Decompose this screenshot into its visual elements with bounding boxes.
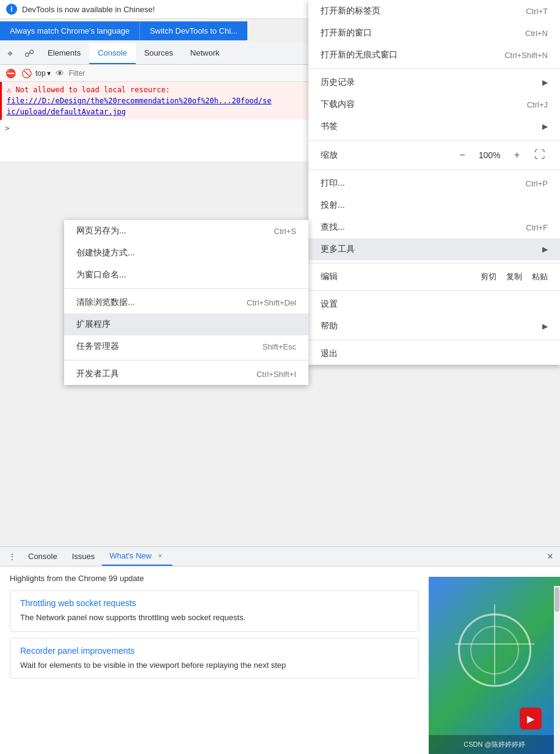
error-url[interactable]: file:///D:/eDesign/the%20recommendation%… [7,97,271,116]
news-item-1-desc: The Network panel now supports throttlin… [20,612,409,624]
devtools-tabs-bar: ⌖ ☍ Elements Console Sources Network [0,43,308,65]
zoom-plus-button[interactable]: + [512,150,522,161]
drawer-tab-issues[interactable]: Issues [65,547,103,566]
info-icon: i [6,4,17,15]
menu-edit-group: 编辑 剪切 复制 粘贴 [308,266,560,288]
sub-menu-clear-data[interactable]: 清除浏览数据... Ctrl+Shift+Del [64,291,308,313]
zoom-fullscreen-button[interactable]: ⛶ [532,148,548,161]
device-icon[interactable]: ☍ [20,43,39,64]
divider-1 [308,68,560,69]
drawer-close-button[interactable]: × [540,547,560,566]
sub-menu-devtools[interactable]: 开发者工具 Ctrl+Shift+I [64,363,308,385]
divider-3 [308,169,560,170]
sub-menu-name-window[interactable]: 为窗口命名... [64,264,308,286]
menu-item-history[interactable]: 历史记录 ▶ [308,71,560,93]
thumbnail-graphic [429,595,560,693]
arrow-icon-bookmarks: ▶ [542,122,548,131]
lang-buttons-bar: Always match Chrome's language Switch De… [0,21,308,40]
tab-console[interactable]: Console [89,43,136,64]
switch-devtools-button[interactable]: Switch DevTools to Chi... [139,21,247,40]
error-icon: ⚠ [7,86,11,94]
menu-item-print[interactable]: 打印... Ctrl+P [308,172,560,194]
console-prompt[interactable]: > [0,120,308,136]
drawer-tabs-bar: ⋮ Console Issues What's New × × [0,547,560,566]
divider-4 [308,263,560,263]
drawer-tab-console[interactable]: Console [21,547,65,566]
menu-item-find[interactable]: 查找... Ctrl+F [308,216,560,238]
news-item-2: Recorder panel improvements Wait for ele… [10,638,419,679]
sub-menu-save-page[interactable]: 网页另存为... Ctrl+S [64,220,308,242]
error-message: Not allowed to load local resource: [15,86,170,94]
match-language-button[interactable]: Always match Chrome's language [0,21,139,40]
cursor-icon[interactable]: ⌖ [0,43,20,64]
menu-item-settings[interactable]: 设置 [308,293,560,315]
news-item-2-desc: Wait for elements to be visible in the v… [20,659,409,672]
sub-divider-2 [64,360,308,361]
divider-5 [308,290,560,291]
sub-divider-1 [64,288,308,289]
notification-text: DevTools is now available in Chinese! [22,5,155,14]
tab-network[interactable]: Network [182,43,228,64]
menu-zoom-section: 缩放 − 100% + ⛶ [308,143,560,167]
scrollbar-thumb[interactable] [555,587,559,612]
zoom-value: 100% [478,150,502,160]
console-toolbar: ⛔ 🚫 top ▾ 👁 [0,65,308,82]
divider-2 [308,140,560,141]
divider-6 [308,340,560,340]
drawer: ⋮ Console Issues What's New × × Highligh… [0,546,560,754]
paste-button[interactable]: 粘贴 [532,271,548,282]
sub-context-menu: 网页另存为... Ctrl+S 创建快捷方式... 为窗口命名... 清除浏览数… [64,220,308,385]
devtools-notification: i DevTools is now available in Chinese! [0,0,308,19]
play-button[interactable]: ▶ [520,708,542,730]
arrow-icon-history: ▶ [542,78,548,87]
dropdown-arrow-icon: ▾ [47,69,51,78]
news-item-1: Throttling web socket requests The Netwo… [10,590,419,632]
console-error-line: ⚠ Not allowed to load local resource: fi… [0,82,308,120]
menu-item-downloads[interactable]: 下载内容 Ctrl+J [308,93,560,115]
clear-icon[interactable]: ⛔ [4,68,17,78]
news-item-1-title[interactable]: Throttling web socket requests [20,598,409,608]
drawer-highlight-heading: Highlights from the Chrome 99 update [10,574,419,583]
copy-button[interactable]: 复制 [506,271,522,282]
menu-item-new-window[interactable]: 打开新的窗口 Ctrl+N [308,22,560,44]
zoom-minus-button[interactable]: − [457,150,467,161]
tab-sources[interactable]: Sources [136,43,182,64]
menu-item-incognito[interactable]: 打开新的无痕式窗口 Ctrl+Shift+N [308,44,560,66]
drawer-scrollbar[interactable] [554,586,560,754]
filter-input[interactable] [69,69,305,78]
drawer-tab-whats-new[interactable]: What's New × [102,547,172,566]
drawer-content: Highlights from the Chrome 99 update Thr… [0,566,429,734]
drawer-tab-close-icon[interactable]: × [155,551,165,561]
drawer-menu-icon[interactable]: ⋮ [4,547,21,566]
thumbnail-line-v [494,604,495,684]
eye-icon[interactable]: 👁 [53,68,67,78]
news-item-2-title[interactable]: Recorder panel improvements [20,646,409,656]
drawer-thumbnail: ▶ CSDN @陈婷婷婷婷 [429,577,560,754]
main-context-menu: 打开新的标签页 Ctrl+T 打开新的窗口 Ctrl+N 打开新的无痕式窗口 C… [308,0,560,365]
tab-elements[interactable]: Elements [39,43,89,64]
thumbnail-watermark: CSDN @陈婷婷婷婷 [429,735,560,754]
sub-menu-extensions[interactable]: 扩展程序 [64,313,308,335]
sub-menu-create-shortcut[interactable]: 创建快捷方式... [64,242,308,264]
menu-item-new-tab[interactable]: 打开新的标签页 Ctrl+T [308,0,560,22]
menu-item-more-tools[interactable]: 更多工具 ▶ [308,238,560,260]
filter-icon[interactable]: 🚫 [20,68,33,78]
arrow-icon-help: ▶ [542,322,548,331]
sub-menu-task-manager[interactable]: 任务管理器 Shift+Esc [64,335,308,357]
menu-item-cast[interactable]: 投射... [308,194,560,216]
console-content: ⚠ Not allowed to load local resource: fi… [0,82,308,161]
menu-item-bookmarks[interactable]: 书签 ▶ [308,115,560,137]
cut-button[interactable]: 剪切 [481,271,496,282]
menu-item-exit[interactable]: 退出 [308,343,560,365]
level-select[interactable]: top ▾ [35,69,51,78]
menu-item-help[interactable]: 帮助 ▶ [308,315,560,337]
arrow-icon-more-tools: ▶ [542,245,548,254]
